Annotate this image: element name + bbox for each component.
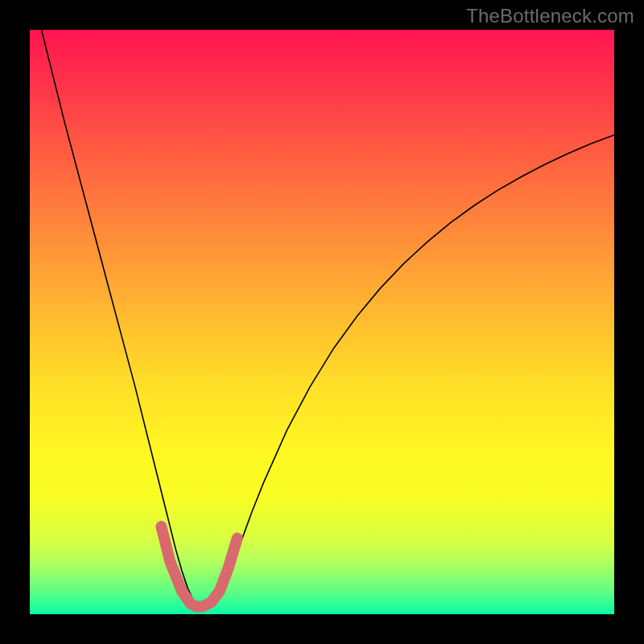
- chart-svg: [30, 30, 614, 614]
- watermark-text: TheBottleneck.com: [466, 5, 634, 27]
- plot-area: [30, 30, 614, 614]
- chart-frame: TheBottleneck.com: [0, 0, 644, 644]
- series-curve: [42, 30, 614, 609]
